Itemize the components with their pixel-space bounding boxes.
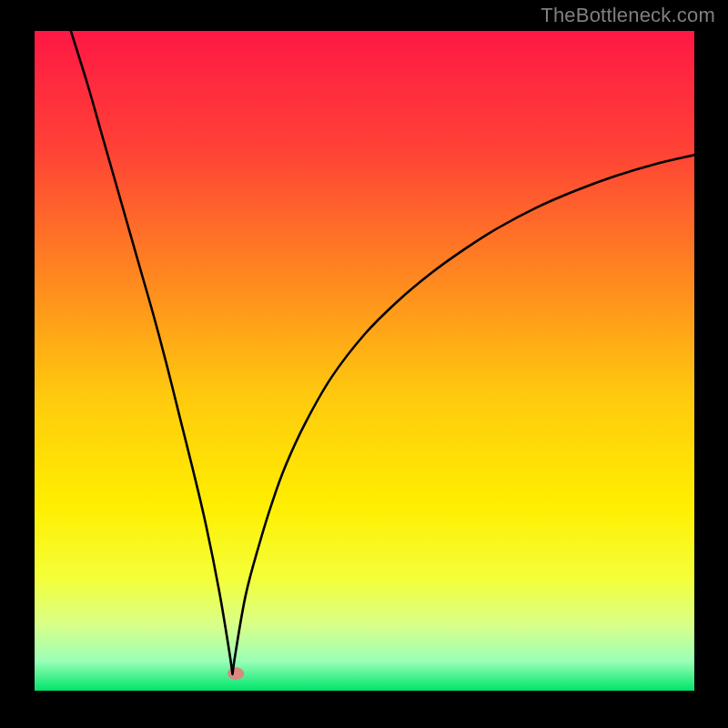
watermark-text: TheBottleneck.com [541,4,715,27]
plot-area [35,31,694,691]
chart-svg [35,31,694,691]
chart-frame: TheBottleneck.com [0,0,728,728]
cusp-marker [228,667,244,680]
chart-background [35,31,694,691]
